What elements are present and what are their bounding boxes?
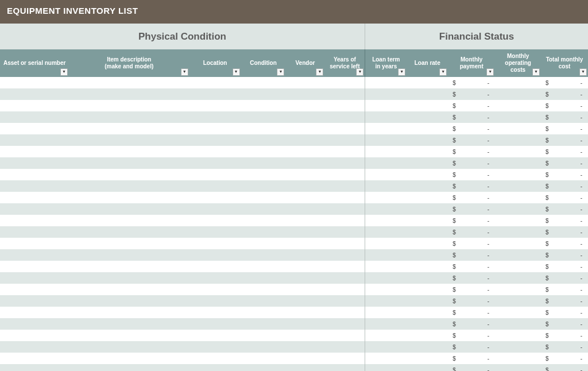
filter-vendor-button[interactable] xyxy=(316,68,323,76)
filter-loan-rate-button[interactable] xyxy=(439,68,447,76)
cell-loan-rate xyxy=(407,226,448,238)
cell-loan-rate xyxy=(407,134,448,146)
cell-total-cost: $- xyxy=(541,88,588,100)
table-row: $-$- xyxy=(0,215,588,226)
cell-total-cost: $- xyxy=(541,203,588,215)
cell-total-cost: $- xyxy=(541,295,588,307)
cell-loan-rate xyxy=(407,88,448,100)
cell-loan-term xyxy=(365,272,407,284)
cell-loan-rate xyxy=(407,295,448,307)
cell-total-cost: $- xyxy=(541,157,588,169)
cell-loan-rate xyxy=(407,215,448,226)
cell-location xyxy=(189,261,241,272)
cell-total-cost: $- xyxy=(541,364,588,371)
filter-asset-button[interactable] xyxy=(60,68,68,76)
header-service-left-label: Years ofservice left xyxy=(330,56,359,70)
cell-total-cost: $- xyxy=(541,238,588,249)
cell-location xyxy=(189,180,241,192)
cell-vendor xyxy=(285,353,324,364)
cell-loan-term xyxy=(365,100,407,111)
cell-service-left xyxy=(324,77,365,88)
cell-asset xyxy=(0,134,69,146)
cell-condition xyxy=(241,123,286,134)
cell-vendor xyxy=(285,77,324,88)
cell-loan-rate xyxy=(407,180,448,192)
cell-vendor xyxy=(285,180,324,192)
cell-loan-term xyxy=(365,330,407,341)
table-row: $-$- xyxy=(0,295,588,307)
table-body: $-$-$-$-$-$-$-$-$-$-$-$-$-$-$-$-$-$-$-$-… xyxy=(0,77,588,371)
table-row: $-$- xyxy=(0,318,588,330)
cell-service-left xyxy=(324,157,365,169)
cell-total-cost: $- xyxy=(541,318,588,330)
cell-asset xyxy=(0,226,69,238)
filter-location-button[interactable] xyxy=(233,68,240,76)
cell-monthly-payment: $- xyxy=(448,192,495,203)
cell-location xyxy=(189,88,241,100)
cell-description xyxy=(69,330,189,341)
cell-service-left xyxy=(324,88,365,100)
cell-description xyxy=(69,226,189,238)
filter-service-left-button[interactable] xyxy=(356,68,363,76)
cell-loan-term xyxy=(365,318,407,330)
filter-total-cost-button[interactable] xyxy=(579,68,587,76)
cell-condition xyxy=(241,88,286,100)
cell-vendor xyxy=(285,157,324,169)
cell-asset xyxy=(0,203,69,215)
cell-condition xyxy=(241,146,286,157)
cell-monthly-payment: $- xyxy=(448,330,495,341)
cell-description xyxy=(69,203,189,215)
cell-description xyxy=(69,318,189,330)
table-row: $-$- xyxy=(0,192,588,203)
cell-asset xyxy=(0,284,69,295)
cell-operating-costs xyxy=(495,261,541,272)
cell-description xyxy=(69,249,189,261)
cell-description xyxy=(69,364,189,371)
cell-monthly-payment: $- xyxy=(448,77,495,88)
section-header-row: Physical Condition Financial Status xyxy=(0,24,588,49)
header-loan-rate-label: Loan rate xyxy=(415,60,440,67)
filter-monthly-payment-button[interactable] xyxy=(486,68,494,76)
filter-loan-term-button[interactable] xyxy=(398,68,405,76)
header-location-label: Location xyxy=(203,60,227,67)
cell-asset xyxy=(0,272,69,284)
cell-description xyxy=(69,353,189,364)
filter-condition-button[interactable] xyxy=(277,68,284,76)
cell-location xyxy=(189,77,241,88)
cell-asset xyxy=(0,157,69,169)
cell-condition xyxy=(241,100,286,111)
filter-operating-costs-button[interactable] xyxy=(532,68,540,76)
cell-asset xyxy=(0,261,69,272)
cell-description xyxy=(69,169,189,180)
header-condition-label: Condition xyxy=(250,60,277,67)
table-row: $-$- xyxy=(0,77,588,88)
cell-description xyxy=(69,272,189,284)
cell-total-cost: $- xyxy=(541,192,588,203)
cell-description xyxy=(69,157,189,169)
cell-operating-costs xyxy=(495,77,541,88)
cell-condition xyxy=(241,111,286,123)
cell-operating-costs xyxy=(495,284,541,295)
cell-loan-rate xyxy=(407,307,448,318)
cell-location xyxy=(189,318,241,330)
cell-condition xyxy=(241,203,286,215)
cell-asset xyxy=(0,295,69,307)
cell-service-left xyxy=(324,318,365,330)
cell-location xyxy=(189,364,241,371)
filter-description-button[interactable] xyxy=(181,68,188,76)
cell-asset xyxy=(0,192,69,203)
table-row: $-$- xyxy=(0,100,588,111)
cell-asset xyxy=(0,238,69,249)
cell-monthly-payment: $- xyxy=(448,203,495,215)
cell-condition xyxy=(241,330,286,341)
cell-vendor xyxy=(285,134,324,146)
cell-operating-costs xyxy=(495,272,541,284)
table-row: $-$- xyxy=(0,341,588,353)
cell-location xyxy=(189,341,241,353)
header-condition: Condition xyxy=(241,49,286,77)
table-row: $-$- xyxy=(0,123,588,134)
cell-loan-rate xyxy=(407,330,448,341)
cell-loan-rate xyxy=(407,77,448,88)
cell-total-cost: $- xyxy=(541,146,588,157)
cell-location xyxy=(189,192,241,203)
